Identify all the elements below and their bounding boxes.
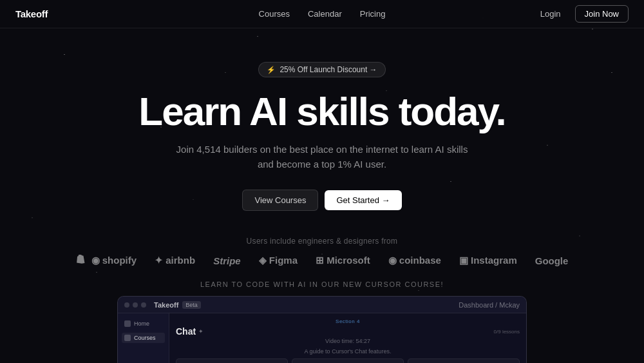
instagram-label: ▣ Instagram	[459, 255, 517, 266]
titlebar-dot-green	[141, 302, 146, 308]
shopify-icon	[76, 255, 88, 266]
coinbase-label: ◉ coinbase	[388, 255, 441, 266]
sidebar-item-home-label: Home	[134, 320, 149, 327]
hero-cta: View Courses Get Started →	[0, 190, 644, 211]
join-now-button[interactable]: Join Now	[575, 5, 629, 23]
section-num: Section 4	[176, 319, 520, 324]
sidebar-item-home[interactable]: Home	[122, 319, 165, 329]
preview-content: Home Courses Section 4 Chat ✦ 0/9 lesson…	[118, 313, 526, 363]
logo-stripe: Stripe	[213, 255, 241, 266]
section-icon: ✦	[198, 328, 204, 335]
section-subtitle: Video time: 54:27	[176, 338, 520, 344]
courses-icon	[124, 335, 131, 341]
home-icon	[124, 320, 131, 327]
lesson-card-3[interactable]: Lesson 3 Codebase Chat Not Started Video…	[408, 358, 520, 363]
lightning-icon: ⚡	[267, 66, 276, 74]
airbnb-label: ✦ airbnb	[155, 255, 195, 266]
view-courses-button[interactable]: View Courses	[242, 190, 318, 211]
preview-main: Section 4 Chat ✦ 0/9 lessons Video time:…	[169, 313, 526, 363]
course-preview-label: LEARN TO CODE WITH AI IN OUR NEW CURSOR …	[0, 280, 644, 288]
hero-section: ⚡ 25% Off Launch Discount → Learn AI ski…	[0, 28, 644, 211]
shopify-label: ◉ shopify	[91, 255, 137, 266]
logo-figma: ◈ Figma	[259, 255, 298, 266]
lessons-count: 0/9 lessons	[494, 329, 520, 335]
logos-row: ◉ shopify ✦ airbnb Stripe ◈ Figma ⊞ Micr…	[0, 255, 644, 266]
hero-title: Learn AI skills today.	[0, 90, 644, 132]
discount-badge[interactable]: ⚡ 25% Off Launch Discount →	[258, 62, 385, 77]
badge-text: 25% Off Launch Discount →	[279, 65, 377, 74]
logos-label: Users include engineers & designers from	[0, 237, 644, 246]
lessons-row: Lesson 1 Intro Not Started Video time: 1…	[176, 358, 520, 363]
section-description: A guide to Cursor's Chat features.	[176, 348, 520, 355]
section-title-row: Chat ✦ 0/9 lessons	[176, 326, 520, 337]
preview-titlebar: Takeoff Beta Dashboard / Mckay	[118, 297, 526, 313]
preview-window: Takeoff Beta Dashboard / Mckay Home Cour…	[117, 296, 527, 363]
titlebar-controls	[124, 302, 146, 308]
navbar: Takeoff Courses Calendar Pricing Login J…	[0, 0, 644, 28]
section-title: Chat	[176, 326, 196, 337]
titlebar-breadcrumb: Dashboard / Mckay	[459, 301, 520, 309]
get-started-button[interactable]: Get Started →	[325, 190, 401, 210]
stripe-label: Stripe	[213, 255, 241, 266]
logo-google: Google	[535, 255, 569, 266]
nav-links: Courses Calendar Pricing	[259, 9, 386, 19]
logo-instagram: ▣ Instagram	[459, 255, 517, 266]
logos-section: Users include engineers & designers from…	[0, 237, 644, 266]
course-preview-section: LEARN TO CODE WITH AI IN OUR NEW CURSOR …	[0, 266, 644, 363]
titlebar-badge: Beta	[182, 301, 201, 309]
login-button[interactable]: Login	[533, 5, 569, 23]
google-label: Google	[535, 255, 569, 266]
sidebar-item-courses-label: Courses	[134, 335, 156, 341]
nav-link-calendar[interactable]: Calendar	[308, 9, 342, 19]
titlebar-dot-yellow	[133, 302, 138, 308]
logo: Takeoff	[15, 8, 48, 19]
nav-actions: Login Join Now	[533, 5, 629, 23]
titlebar-logo: Takeoff	[154, 301, 178, 309]
lesson-card-2[interactable]: Lesson 2 AI Sidebar Not Started Video ti…	[292, 358, 404, 363]
microsoft-label: ⊞ Microsoft	[316, 255, 370, 266]
sidebar-item-courses[interactable]: Courses	[122, 333, 165, 343]
logo-coinbase: ◉ coinbase	[388, 255, 441, 266]
titlebar-dot-red	[124, 302, 129, 308]
nav-link-pricing[interactable]: Pricing	[360, 9, 386, 19]
hero-subtitle: Join 4,514 builders on the best place on…	[174, 142, 470, 172]
nav-link-courses[interactable]: Courses	[259, 9, 290, 19]
logo-microsoft: ⊞ Microsoft	[316, 255, 370, 266]
logo-shopify: ◉ shopify	[76, 255, 137, 266]
logo-airbnb: ✦ airbnb	[155, 255, 195, 266]
figma-label: ◈ Figma	[259, 255, 298, 266]
preview-sidebar: Home Courses	[118, 313, 169, 363]
lesson-card-1[interactable]: Lesson 1 Intro Not Started Video time: 1…	[176, 358, 288, 363]
